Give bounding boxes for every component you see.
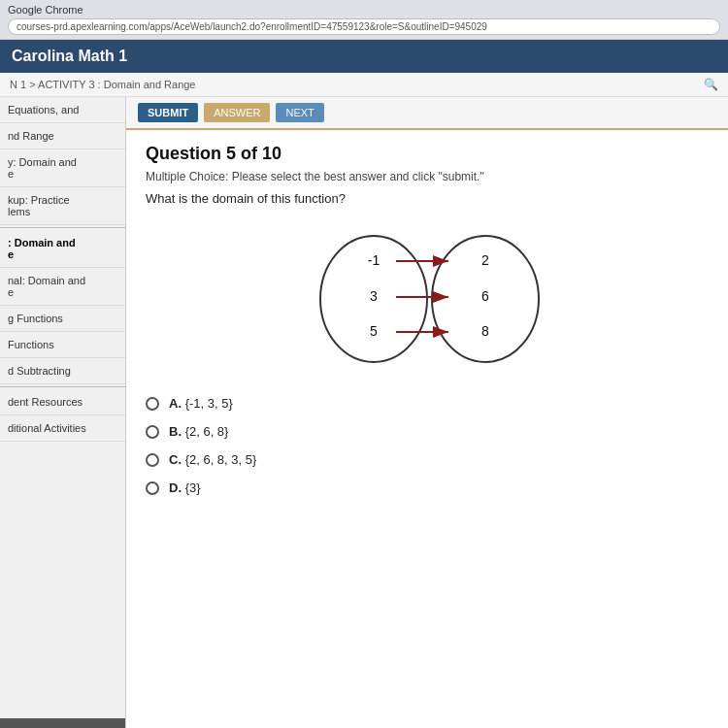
sidebar-item-kup-practice[interactable]: kup: Practice lems <box>0 187 125 225</box>
toolbar: SUBMIT ANSWER NEXT <box>126 97 728 130</box>
main-layout: Equations, and nd Range y: Domain and e … <box>0 97 728 728</box>
sidebar-item-domain-and[interactable]: : Domain and e <box>0 230 125 268</box>
diagram-container: -1 3 5 2 6 8 <box>146 221 709 377</box>
radio-b[interactable] <box>146 425 159 439</box>
sidebar-item-g-functions[interactable]: g Functions <box>0 306 125 332</box>
sidebar-item-nd-range[interactable]: nd Range <box>0 123 125 149</box>
sidebar-divider <box>0 227 125 228</box>
question-instruction: Multiple Choice: Please select the best … <box>146 170 709 183</box>
sidebar-item-functions[interactable]: Functions <box>0 332 125 358</box>
app-header: Carolina Math 1 <box>0 40 728 73</box>
choice-b-label: B. {2, 6, 8} <box>169 424 228 439</box>
question-title: Question 5 of 10 <box>146 144 709 164</box>
radio-d[interactable] <box>146 481 159 495</box>
choice-c-label: C. {2, 6, 8, 3, 5} <box>169 452 256 467</box>
choice-d-label: D. {3} <box>169 480 201 495</box>
breadcrumb-text: N 1 > ACTIVITY 3 : Domain and Range <box>10 79 195 90</box>
radio-a[interactable] <box>146 397 159 411</box>
svg-text:-1: -1 <box>368 252 381 268</box>
svg-text:3: 3 <box>370 288 378 304</box>
chrome-bar: Google Chrome courses-prd.apexlearning.c… <box>0 0 728 40</box>
sidebar-item-equations[interactable]: Equations, and <box>0 97 125 123</box>
app-title: Carolina Math 1 <box>12 48 127 64</box>
answer-button[interactable]: ANSWER <box>204 103 270 122</box>
choice-a[interactable]: A. {-1, 3, 5} <box>146 396 709 411</box>
answer-choices: A. {-1, 3, 5} B. {2, 6, 8} C. {2, 6, 8, … <box>146 396 709 495</box>
content-area: SUBMIT ANSWER NEXT Question 5 of 10 Mult… <box>126 97 728 728</box>
breadcrumb: N 1 > ACTIVITY 3 : Domain and Range 🔍 <box>0 73 728 97</box>
sidebar-nav-bottom[interactable]: ▲ <box>0 718 126 728</box>
svg-text:6: 6 <box>481 288 489 304</box>
sidebar-item-y-domain[interactable]: y: Domain and e <box>0 149 125 187</box>
radio-c[interactable] <box>146 453 159 467</box>
question-content: Question 5 of 10 Multiple Choice: Please… <box>126 130 728 522</box>
svg-text:2: 2 <box>481 252 489 268</box>
browser-title: Google Chrome <box>8 4 83 16</box>
choice-b[interactable]: B. {2, 6, 8} <box>146 424 709 439</box>
sidebar: Equations, and nd Range y: Domain and e … <box>0 97 126 728</box>
svg-text:5: 5 <box>370 323 378 339</box>
question-text: What is the domain of this function? <box>146 191 709 206</box>
sidebar-item-ditional-activities[interactable]: ditional Activities <box>0 415 125 442</box>
choice-d[interactable]: D. {3} <box>146 480 709 495</box>
address-bar[interactable]: courses-prd.apexlearning.com/apps/AceWeb… <box>8 18 720 35</box>
sidebar-divider-2 <box>0 386 125 387</box>
submit-button[interactable]: SUBMIT <box>138 103 198 122</box>
choice-c[interactable]: C. {2, 6, 8, 3, 5} <box>146 452 709 467</box>
next-button[interactable]: NEXT <box>276 103 323 122</box>
choice-a-label: A. {-1, 3, 5} <box>169 396 233 411</box>
sidebar-item-dent-resources[interactable]: dent Resources <box>0 389 125 415</box>
sidebar-item-nal-domain[interactable]: nal: Domain and e <box>0 268 125 306</box>
sidebar-item-d-subtracting[interactable]: d Subtracting <box>0 358 125 384</box>
breadcrumb-icon: 🔍 <box>704 78 718 91</box>
svg-text:8: 8 <box>481 323 489 339</box>
mapping-diagram: -1 3 5 2 6 8 <box>291 221 563 377</box>
